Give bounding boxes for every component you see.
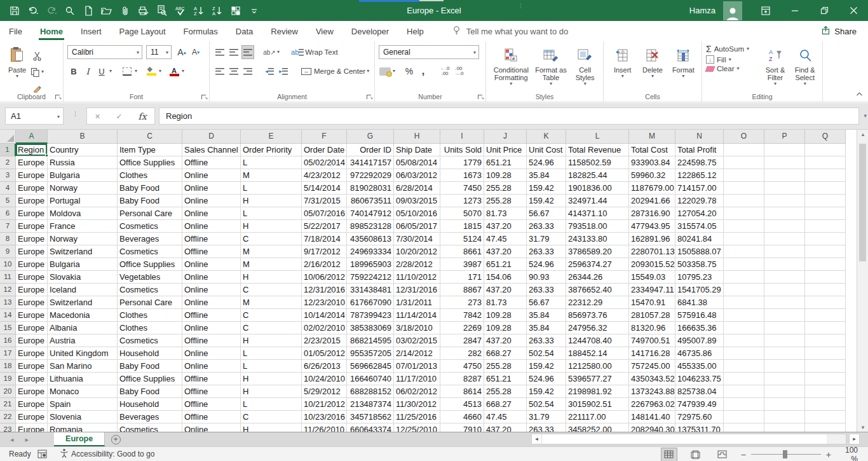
cell-I18[interactable]: 4750 [440, 360, 484, 373]
cell-G6[interactable]: 740147912 [347, 207, 394, 220]
cell-A7[interactable]: Europe [16, 220, 48, 233]
name-box[interactable]: A1▾ [5, 107, 64, 125]
cell-I16[interactable]: 2847 [440, 334, 484, 347]
cell-D8[interactable]: Offline [182, 233, 241, 245]
cell-O21[interactable] [724, 398, 764, 411]
cell-B18[interactable]: San Marino [48, 360, 118, 373]
cell-J22[interactable]: 47.45 [484, 411, 527, 423]
align-left-button[interactable] [214, 64, 226, 78]
cell-L13[interactable]: 22312.29 [566, 296, 629, 309]
cell-M7[interactable]: 477943.95 [629, 220, 675, 233]
cell-P7[interactable] [764, 220, 805, 233]
cell-N7[interactable]: 315574.05 [675, 220, 724, 233]
cell-O14[interactable] [724, 309, 764, 322]
cell-D20[interactable]: Offline [182, 385, 241, 398]
column-header-E[interactable]: E [241, 130, 302, 144]
cell-B15[interactable]: Albania [48, 322, 118, 334]
page-break-preview-button[interactable] [714, 448, 731, 461]
insert-function-icon[interactable]: fx [138, 111, 146, 121]
cell-P13[interactable] [764, 296, 805, 309]
insert-cells-button[interactable]: Insert▾ [608, 44, 637, 79]
cell-C5[interactable]: Baby Food [118, 195, 182, 207]
cell-J12[interactable]: 437.20 [484, 284, 527, 296]
minimize-button[interactable] [780, 0, 810, 21]
tab-insert[interactable]: Insert [72, 21, 111, 41]
decrease-decimal-icon[interactable]: .00→.0 [452, 64, 465, 78]
cell-L6[interactable]: 414371.10 [566, 207, 629, 220]
cell-F6[interactable]: 05/07/2016 [302, 207, 347, 220]
cell-P10[interactable] [764, 258, 805, 271]
cell-Q1[interactable] [805, 144, 846, 156]
cell-M10[interactable]: 2093015.52 [629, 258, 675, 271]
cell-Q4[interactable] [805, 182, 846, 195]
cell-F13[interactable]: 12/23/2010 [302, 296, 347, 309]
format-as-table-button[interactable]: Format as Table▾ [533, 44, 569, 86]
cell-O18[interactable] [724, 360, 764, 373]
cell-E12[interactable]: C [241, 284, 302, 296]
cell-F16[interactable]: 2/23/2015 [302, 334, 347, 347]
cell-G22[interactable]: 345718562 [347, 411, 394, 423]
cell-P2[interactable] [764, 156, 805, 169]
cell-F20[interactable]: 5/29/2012 [302, 385, 347, 398]
cell-C14[interactable]: Clothes [118, 309, 182, 322]
cell-E18[interactable]: L [241, 360, 302, 373]
cell-K10[interactable]: 524.96 [527, 258, 566, 271]
select-all-button[interactable] [0, 130, 16, 144]
cell-N13[interactable]: 6841.38 [675, 296, 724, 309]
cell-B8[interactable]: Norway [48, 233, 118, 245]
cell-I7[interactable]: 1815 [440, 220, 484, 233]
cell-N19[interactable]: 1046233.75 [675, 373, 724, 385]
cell-I11[interactable]: 171 [440, 271, 484, 284]
cell-I9[interactable]: 8661 [440, 245, 484, 258]
cell-J18[interactable]: 255.28 [484, 360, 527, 373]
cell-J10[interactable]: 651.21 [484, 258, 527, 271]
align-right-button[interactable] [241, 64, 254, 78]
merge-center-icon[interactable]: ↔ [300, 64, 313, 78]
row-header-4[interactable]: 4 [0, 182, 16, 195]
cell-H13[interactable]: 1/31/2011 [394, 296, 440, 309]
cell-F19[interactable]: 10/24/2010 [302, 373, 347, 385]
cell-G14[interactable]: 787399423 [347, 309, 394, 322]
cell-M11[interactable]: 15549.03 [629, 271, 675, 284]
cell-B9[interactable]: Switzerland [48, 245, 118, 258]
cell-L3[interactable]: 182825.44 [566, 169, 629, 182]
cell-J2[interactable]: 651.21 [484, 156, 527, 169]
cell-C19[interactable]: Office Supplies [118, 373, 182, 385]
row-header-2[interactable]: 2 [0, 156, 16, 169]
cell-I14[interactable]: 7842 [440, 309, 484, 322]
cell-H4[interactable]: 6/28/2014 [394, 182, 440, 195]
row-header-19[interactable]: 19 [0, 373, 16, 385]
cell-I19[interactable]: 8287 [440, 373, 484, 385]
cell-A10[interactable]: Europe [16, 258, 48, 271]
cell-B17[interactable]: United Kingdom [48, 347, 118, 360]
cell-P6[interactable] [764, 207, 805, 220]
find-select-button[interactable]: Find & Select▾ [790, 44, 820, 86]
horizontal-scrollbar[interactable]: ◂ [531, 434, 846, 444]
cell-Q7[interactable] [805, 220, 846, 233]
cell-A13[interactable]: Europe [16, 296, 48, 309]
cell-P5[interactable] [764, 195, 805, 207]
cell-D1[interactable]: Sales Channel [182, 144, 241, 156]
tab-formulas[interactable]: Formulas [175, 21, 227, 41]
cell-O4[interactable] [724, 182, 764, 195]
cancel-icon[interactable]: × [95, 111, 100, 121]
cell-D19[interactable]: Offline [182, 373, 241, 385]
attach-file-icon[interactable] [116, 0, 134, 21]
scroll-left-icon[interactable]: ◂ [532, 434, 542, 444]
cell-D5[interactable]: Online [182, 195, 241, 207]
cell-J16[interactable]: 437.20 [484, 334, 527, 347]
cell-A8[interactable]: Europe [16, 233, 48, 245]
cell-H3[interactable]: 06/03/2012 [394, 169, 440, 182]
cell-N14[interactable]: 575916.48 [675, 309, 724, 322]
cell-N11[interactable]: 10795.23 [675, 271, 724, 284]
wrap-text-icon[interactable]: ab [291, 45, 304, 59]
cell-K19[interactable]: 524.96 [527, 373, 566, 385]
cell-D23[interactable]: Online [182, 423, 241, 432]
row-header-16[interactable]: 16 [0, 334, 16, 347]
cell-H7[interactable]: 06/05/2017 [394, 220, 440, 233]
cell-L2[interactable]: 1158502.59 [566, 156, 629, 169]
cell-G18[interactable]: 569662845 [347, 360, 394, 373]
cell-Q21[interactable] [805, 398, 846, 411]
tell-me-box[interactable]: Tell me what you want to do [452, 21, 568, 41]
autosum-button[interactable]: ΣAutoSum▾ [706, 44, 761, 54]
